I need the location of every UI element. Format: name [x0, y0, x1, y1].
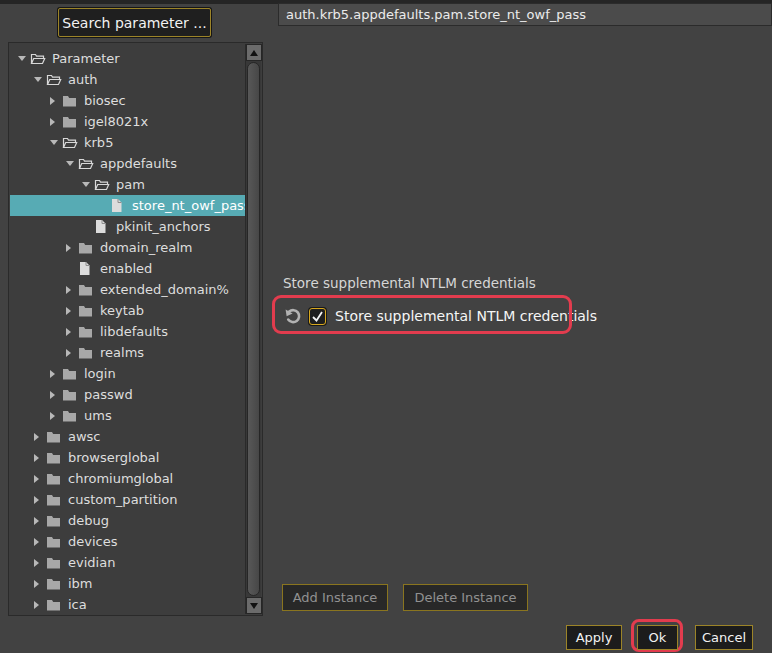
tree-item-devices[interactable]: devices [10, 531, 246, 552]
folder-closed-icon [46, 451, 63, 464]
tree-item-biosec[interactable]: biosec [10, 90, 246, 111]
tree-item-label: debug [68, 513, 109, 528]
registry-editor-window: Search parameter ... auth.krb5.appdefaul… [0, 0, 772, 653]
tree-item-parameter[interactable]: Parameter [10, 48, 246, 69]
expand-triangle-icon[interactable] [66, 285, 78, 295]
tree-item-label: passwd [84, 387, 133, 402]
expand-triangle-icon[interactable] [34, 453, 46, 463]
tree-item-label: ums [84, 408, 112, 423]
collapse-triangle-icon[interactable] [82, 180, 94, 190]
tree-item-browserglobal[interactable]: browserglobal [10, 447, 246, 468]
expand-triangle-icon[interactable] [50, 117, 62, 127]
parameter-path-field[interactable]: auth.krb5.appdefaults.pam.store_nt_owf_p… [278, 3, 772, 26]
tree-item-store-nt-owf-pass[interactable]: store_nt_owf_pass [10, 195, 246, 216]
tree-item-label: keytab [100, 303, 144, 318]
tree-item-label: auth [68, 72, 98, 87]
add-instance-button[interactable]: Add Instance [282, 584, 388, 611]
scrollbar-thumb[interactable] [247, 62, 260, 596]
folder-closed-icon [62, 94, 79, 107]
folder-open-icon [30, 52, 47, 65]
expand-triangle-icon[interactable] [50, 96, 62, 106]
tree-item-label: awsc [68, 429, 101, 444]
expand-triangle-icon[interactable] [50, 411, 62, 421]
expand-triangle-icon[interactable] [34, 579, 46, 589]
expand-triangle-icon[interactable] [34, 516, 46, 526]
tree-item-igel8021x[interactable]: igel8021x [10, 111, 246, 132]
tree-item-label: ibm [68, 576, 93, 591]
tree-item-awsc[interactable]: awsc [10, 426, 246, 447]
tree-item-passwd[interactable]: passwd [10, 384, 246, 405]
tree-item-extended-domain[interactable]: extended_domain% [10, 279, 246, 300]
collapse-triangle-icon[interactable] [66, 159, 78, 169]
expand-triangle-icon[interactable] [66, 327, 78, 337]
folder-closed-icon [62, 115, 79, 128]
tree-item-pam[interactable]: pam [10, 174, 246, 195]
store-ntlm-checkbox[interactable] [309, 308, 326, 325]
expand-triangle-icon[interactable] [66, 243, 78, 253]
cancel-button[interactable]: Cancel [695, 625, 753, 650]
folder-open-icon [46, 73, 63, 86]
tree-item-keytab[interactable]: keytab [10, 300, 246, 321]
expand-triangle-icon[interactable] [66, 348, 78, 358]
folder-closed-icon [46, 514, 63, 527]
tree-item-evidian[interactable]: evidian [10, 552, 246, 573]
expand-triangle-icon[interactable] [34, 600, 46, 610]
scroll-up-button[interactable] [246, 44, 262, 61]
ok-button[interactable]: Ok [637, 625, 678, 650]
tree-item-ibm[interactable]: ibm [10, 573, 246, 594]
expand-triangle-icon[interactable] [50, 390, 62, 400]
parameter-editor-row: Store supplemental NTLM credentials [284, 302, 597, 330]
file-icon [94, 219, 111, 234]
tree-item-pkinit-anchors[interactable]: pkinit_anchors [10, 216, 246, 237]
folder-closed-icon [46, 556, 63, 569]
expand-triangle-icon[interactable] [50, 369, 62, 379]
tree-item-libdefaults[interactable]: libdefaults [10, 321, 246, 342]
collapse-triangle-icon[interactable] [18, 54, 30, 64]
tree-item-label: appdefaults [100, 156, 177, 171]
folder-closed-icon [62, 388, 79, 401]
tree-item-label: store_nt_owf_pass [132, 198, 246, 213]
tree-item-debug[interactable]: debug [10, 510, 246, 531]
folder-closed-icon [46, 598, 63, 611]
expand-triangle-icon[interactable] [34, 537, 46, 547]
tree-item-login[interactable]: login [10, 363, 246, 384]
tree-item-label: krb5 [84, 135, 113, 150]
file-icon [78, 261, 95, 276]
collapse-triangle-icon[interactable] [34, 75, 46, 85]
checkmark-icon [310, 309, 325, 324]
folder-closed-icon [46, 493, 63, 506]
expand-triangle-icon[interactable] [34, 495, 46, 505]
folder-closed-icon [78, 325, 95, 338]
expand-triangle-icon[interactable] [34, 474, 46, 484]
tree-item-enabled[interactable]: enabled [10, 258, 246, 279]
tree-item-krb5[interactable]: krb5 [10, 132, 246, 153]
expand-triangle-icon[interactable] [66, 306, 78, 316]
tree-item-ums[interactable]: ums [10, 405, 246, 426]
delete-instance-button[interactable]: Delete Instance [403, 584, 528, 611]
folder-closed-icon [78, 241, 95, 254]
tree-item-ica[interactable]: ica [10, 594, 246, 614]
search-parameter-button[interactable]: Search parameter ... [58, 8, 211, 37]
triangle-down-icon [250, 603, 258, 609]
triangle-up-icon [250, 50, 258, 56]
tree-item-label: chromiumglobal [68, 471, 173, 486]
tree-item-appdefaults[interactable]: appdefaults [10, 153, 246, 174]
tree-item-auth[interactable]: auth [10, 69, 246, 90]
parameter-section-label: Store supplemental NTLM credentials [283, 275, 536, 291]
tree-scrollbar[interactable] [245, 44, 261, 614]
tree-item-realms[interactable]: realms [10, 342, 246, 363]
tree-item-label: domain_realm [100, 240, 193, 255]
folder-closed-icon [46, 535, 63, 548]
expander-spacer [98, 201, 110, 211]
expand-triangle-icon[interactable] [34, 432, 46, 442]
tree-item-domain-realm[interactable]: domain_realm [10, 237, 246, 258]
tree-item-custom-partition[interactable]: custom_partition [10, 489, 246, 510]
tree-item-label: login [84, 366, 116, 381]
undo-arrow-icon[interactable] [284, 307, 302, 325]
scroll-down-button[interactable] [246, 597, 262, 614]
collapse-triangle-icon[interactable] [50, 138, 62, 148]
folder-closed-icon [46, 430, 63, 443]
expand-triangle-icon[interactable] [34, 558, 46, 568]
tree-item-chromiumglobal[interactable]: chromiumglobal [10, 468, 246, 489]
apply-button[interactable]: Apply [566, 625, 622, 650]
